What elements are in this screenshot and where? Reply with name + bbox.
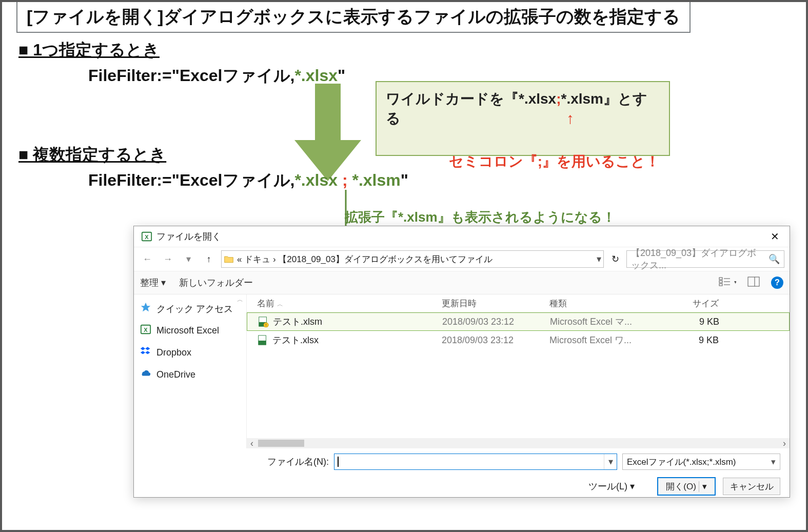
- code1-ext: *.xlsx: [294, 66, 338, 85]
- filename-label: ファイル名(N):: [262, 456, 329, 468]
- nav-pane: ︿ クイック アクセス X Microsoft Excel: [134, 294, 247, 448]
- refresh-button[interactable]: ↻: [608, 251, 622, 267]
- callout-line1: ワイルドカードを『*.xlsx;*.xlsm』とする: [386, 89, 660, 128]
- svg-text:▾: ▾: [734, 279, 736, 285]
- col-date[interactable]: 更新日時: [442, 298, 549, 309]
- nav-dropbox-label: Dropbox: [156, 347, 191, 358]
- svg-text:!: !: [266, 323, 267, 327]
- xlsx-file-icon: [257, 334, 268, 346]
- preview-pane-button[interactable]: [747, 277, 760, 289]
- dialog-toolbar: 整理 ▾ 新しいフォルダー ▾ ?: [134, 271, 790, 294]
- callout-line1-pre: ワイルドカードを『*.xlsx: [386, 91, 556, 107]
- address-bar[interactable]: « ドキュ › 【2018_09_03】ダイアログボックスを用いてファイル ▾: [221, 250, 604, 268]
- callout-semicolon-highlight: ;: [556, 91, 561, 107]
- nav-onedrive-label: OneDrive: [156, 369, 195, 380]
- section1-heading: ■ 1つ指定するとき: [18, 39, 790, 62]
- code2-prefix: FileFilter:="Excelファイル,: [88, 171, 294, 189]
- filename-dropdown-icon[interactable]: ▾: [604, 454, 617, 469]
- section2-code: FileFilter:="Excelファイル,*.xlsx ; *.xlsm": [88, 169, 408, 192]
- file-type: Microsoft Excel ワ...: [549, 334, 673, 346]
- dropbox-icon: [140, 346, 151, 360]
- svg-marker-14: [141, 303, 150, 311]
- section2-heading: ■ 複数指定するとき: [18, 144, 408, 166]
- svg-rect-5: [719, 278, 722, 280]
- nav-up-button[interactable]: ↑: [201, 251, 217, 267]
- file-date: 2018/09/03 23:12: [442, 335, 549, 346]
- star-icon: [140, 302, 151, 316]
- code2-ext1: *.xlsx: [294, 171, 338, 189]
- close-button[interactable]: ✕: [763, 228, 786, 245]
- filename-input[interactable]: ▾: [334, 454, 617, 470]
- nav-quick-access[interactable]: クイック アクセス: [134, 298, 246, 320]
- organize-button[interactable]: 整理 ▾: [140, 277, 166, 289]
- col-name-label: 名前: [257, 299, 274, 308]
- col-size[interactable]: サイズ: [673, 298, 734, 309]
- page-title: [ファイルを開く]ダイアログボックスに表示するファイルの拡張子の数を指定する: [16, 1, 691, 33]
- nav-forward-button[interactable]: →: [160, 251, 176, 267]
- file-size: 9 KB: [673, 317, 735, 327]
- open-split-icon[interactable]: ▾: [699, 481, 707, 492]
- sort-indicator-icon: ︿: [277, 301, 283, 308]
- scrollbar-thumb[interactable]: [258, 440, 304, 447]
- file-type-filter[interactable]: Excelファイル(*.xlsx;*.xlsm) ▾: [622, 454, 780, 470]
- scroll-left-icon[interactable]: ‹: [247, 438, 257, 449]
- search-icon: 🔍: [768, 253, 780, 265]
- horizontal-scrollbar[interactable]: ‹ ›: [247, 438, 790, 448]
- file-name: テスト.xlsm: [273, 316, 442, 328]
- cancel-button-label: キャンセル: [730, 481, 774, 492]
- svg-text:X: X: [145, 234, 149, 240]
- svg-rect-6: [719, 281, 722, 283]
- svg-text:X: X: [144, 327, 148, 333]
- view-options-button[interactable]: ▾: [719, 277, 736, 289]
- svg-rect-22: [259, 341, 266, 345]
- column-headers[interactable]: 名前 ︿ 更新日時 種類 サイズ: [247, 294, 790, 312]
- nav-onedrive[interactable]: OneDrive: [134, 364, 246, 386]
- dialog-bottom: ファイル名(N): ▾ Excelファイル(*.xlsx;*.xlsm) ▾ ツ…: [134, 448, 790, 498]
- file-name: テスト.xlsx: [272, 334, 442, 346]
- filter-dropdown-icon[interactable]: ▾: [771, 457, 776, 467]
- col-name[interactable]: 名前 ︿: [257, 298, 442, 309]
- up-arrow-icon: ↑: [566, 110, 574, 127]
- search-input[interactable]: 【2018_09_03】ダイアログボックス... 🔍: [626, 250, 784, 268]
- address-dropdown-icon[interactable]: ▾: [597, 253, 601, 265]
- nav-excel-label: Microsoft Excel: [156, 325, 219, 336]
- open-button[interactable]: 開く(O) ▾: [657, 477, 716, 496]
- tools-button[interactable]: ツール(L) ▾: [588, 480, 635, 492]
- open-button-label: 開く(O): [666, 481, 696, 492]
- nav-excel[interactable]: X Microsoft Excel: [134, 320, 246, 342]
- file-row[interactable]: ! テスト.xlsm 2018/09/03 23:12 Microsoft Ex…: [247, 312, 790, 331]
- search-placeholder: 【2018_09_03】ダイアログボックス...: [631, 247, 764, 271]
- file-size: 9 KB: [673, 335, 734, 346]
- new-folder-button[interactable]: 新しいフォルダー: [179, 277, 253, 289]
- scroll-right-icon[interactable]: ›: [779, 438, 790, 449]
- nav-recent-button[interactable]: ▾: [180, 251, 196, 267]
- file-list-pane: 名前 ︿ 更新日時 種類 サイズ ! テスト.xlsm 2018/09/03 2…: [247, 294, 790, 448]
- svg-rect-12: [748, 277, 759, 286]
- code2-ext2: *.xlsm: [352, 171, 400, 189]
- onedrive-icon: [140, 368, 151, 382]
- excel-app-icon: X: [141, 231, 152, 242]
- file-open-dialog: X ファイルを開く ✕ ← → ▾ ↑ « ドキュ › 【2018_09_03】…: [133, 226, 790, 498]
- file-date: 2018/09/03 23:12: [442, 317, 550, 327]
- code1-suffix: ": [338, 66, 345, 85]
- address-bar-row: ← → ▾ ↑ « ドキュ › 【2018_09_03】ダイアログボックスを用い…: [134, 247, 790, 271]
- dialog-titlebar: X ファイルを開く ✕: [134, 226, 790, 247]
- nav-dropbox[interactable]: Dropbox: [134, 342, 246, 364]
- nav-scroll-up-icon[interactable]: ︿: [237, 295, 243, 304]
- xlsm-file-icon: !: [258, 316, 269, 327]
- dialog-title: ファイルを開く: [156, 230, 221, 243]
- file-type: Microsoft Excel マ...: [550, 316, 673, 328]
- nav-quick-access-label: クイック アクセス: [156, 303, 233, 315]
- filter-value-label: Excelファイル(*.xlsx;*.xlsm): [627, 456, 736, 468]
- file-row[interactable]: テスト.xlsx 2018/09/03 23:12 Microsoft Exce…: [247, 331, 790, 349]
- nav-back-button[interactable]: ←: [139, 251, 155, 267]
- excel-icon: X: [140, 324, 151, 338]
- folder-icon: [224, 254, 234, 264]
- breadcrumb[interactable]: « ドキュ › 【2018_09_03】ダイアログボックスを用いてファイル: [237, 253, 492, 265]
- code2-semicolon: ;: [338, 171, 352, 189]
- col-type[interactable]: 種類: [549, 298, 673, 309]
- cancel-button[interactable]: キャンセル: [723, 478, 780, 495]
- help-button[interactable]: ?: [771, 277, 783, 289]
- svg-rect-7: [719, 284, 722, 286]
- text-cursor: [338, 457, 339, 467]
